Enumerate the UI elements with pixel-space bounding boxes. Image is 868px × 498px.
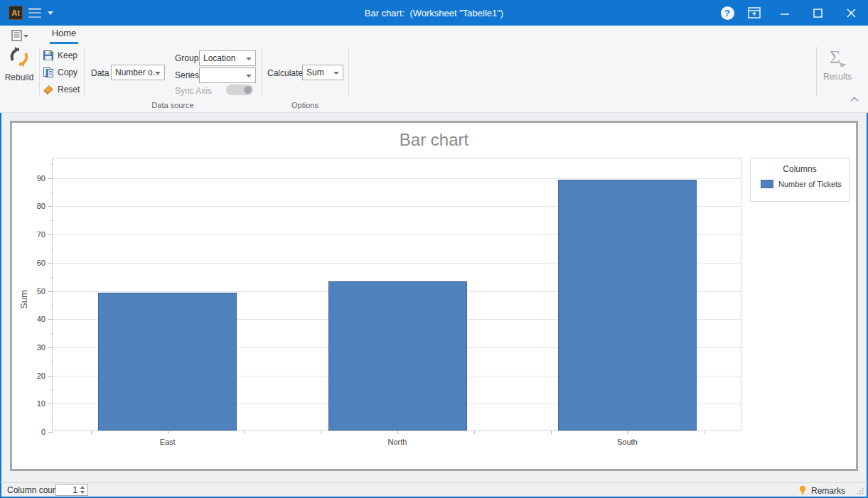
collapse-ribbon-chevron-icon[interactable] [850,92,859,105]
remarks-button[interactable]: Remarks [798,485,845,496]
y-tick-label: 60 [24,259,45,267]
y-axis-minor-tick [50,220,53,221]
reset-label: Reset [58,85,80,94]
chevron-down-icon [333,72,339,75]
y-axis-minor-tick [50,418,53,418]
eraser-icon [43,84,54,95]
y-tick-label: 70 [24,230,45,239]
rebuild-button[interactable]: Rebuild [1,45,37,98]
copy-label: Copy [58,67,77,77]
menu-dropdown-caret-icon[interactable] [48,11,53,15]
close-icon [847,9,856,18]
x-axis-tick [627,431,628,434]
resize-grip[interactable] [857,487,864,494]
x-axis-tick [551,431,552,434]
app-logo-icon[interactable]: At [9,6,23,20]
y-axis-tick [48,404,53,404]
legend-item-label: Number of Tickets [778,180,842,188]
status-bar: Column count 1 Remarks [0,482,868,498]
svg-text:Σ: Σ [830,47,840,67]
spin-down-icon[interactable] [80,491,85,494]
y-axis-tick [48,347,53,348]
keep-label: Keep [58,50,77,60]
results-button[interactable]: Σ Results [818,45,857,82]
y-axis-tick [48,432,53,433]
bar-north [328,281,467,431]
ribbon-display-options-button[interactable] [741,0,768,26]
data-combobox[interactable]: Number o... [111,65,165,80]
y-axis-minor-tick [50,249,53,249]
x-axis-tick [397,431,398,434]
y-axis-tick [48,319,53,320]
sync-axis-toggle[interactable] [226,85,253,95]
copy-button[interactable]: Copy [43,65,77,80]
help-button[interactable]: ? [714,0,741,26]
spin-up-icon[interactable] [80,486,85,489]
chart-container: Bar chart Sum 0102030405060708090EastNor… [10,121,858,471]
legend-item: Number of Tickets [761,180,849,188]
y-tick-label: 20 [24,372,45,380]
legend-swatch [761,180,773,188]
maximize-icon [813,9,823,18]
copy-icon [43,67,54,78]
chevron-down-icon [155,72,161,75]
y-tick-label: 30 [24,343,45,352]
y-axis-minor-tick [50,193,53,193]
calculate-field-label: Calculate [267,68,303,78]
x-category-label: South [513,438,742,446]
group-combobox-value: Location [203,53,235,63]
group-caption-options: Options [262,101,348,109]
minimize-icon [781,9,789,17]
column-count-value: 1 [56,485,77,495]
chevron-down-icon [246,58,252,60]
keep-button[interactable]: Keep [43,48,77,63]
bar-east [98,293,237,431]
series-field-label: Series [175,70,199,80]
quick-access-toolbar-button[interactable] [11,30,30,44]
sigma-results-icon: Σ [825,45,850,70]
y-axis-minor-tick [50,362,53,362]
x-axis-tick [168,431,168,434]
rebuild-icon [8,45,31,68]
rebuild-label: Rebuild [1,72,37,82]
y-axis-minor-tick [50,389,53,390]
toggle-knob [244,86,252,94]
column-count-spinner[interactable]: 1 [55,484,88,496]
tab-home[interactable]: Home [50,28,78,41]
hamburger-menu-icon[interactable] [28,8,41,18]
data-combobox-value: Number o... [115,67,160,77]
sync-axis-label: Sync Axis [175,86,212,96]
maximize-button[interactable] [801,0,835,26]
chart-title: Bar chart [12,130,856,150]
x-axis-tick [704,431,704,434]
bar-south [558,180,697,431]
group-combobox[interactable]: Location [199,50,256,66]
remarks-label: Remarks [811,486,845,496]
app-window: At Bar chart: (Worksheet "Tabelle1") ? [0,0,868,498]
y-axis-tick [48,178,53,179]
group-field-label: Group [175,53,198,63]
document-list-icon [12,31,21,40]
legend-title: Columns [751,164,849,174]
y-axis-minor-tick [50,277,53,278]
results-label: Results [818,72,857,82]
minimize-button[interactable] [768,0,801,26]
x-category-label: East [53,438,282,446]
y-tick-label: 90 [24,174,45,183]
reset-button[interactable]: Reset [43,82,80,97]
y-tick-label: 0 [24,428,45,436]
y-tick-label: 50 [24,287,45,296]
title-bar: At Bar chart: (Worksheet "Tabelle1") ? [0,0,868,26]
calculate-combobox-value: Sum [306,67,324,77]
data-field-label: Data [91,68,109,78]
ribbon-panel-icon [748,7,761,18]
dropdown-caret-icon [23,35,28,38]
calculate-combobox[interactable]: Sum [302,65,343,80]
close-button[interactable] [835,0,868,26]
y-axis-minor-tick [50,333,53,334]
lightbulb-icon [798,485,807,496]
y-tick-label: 40 [24,315,45,323]
series-combobox[interactable] [199,67,256,83]
y-axis-tick [48,291,53,292]
x-axis-tick [91,431,92,434]
